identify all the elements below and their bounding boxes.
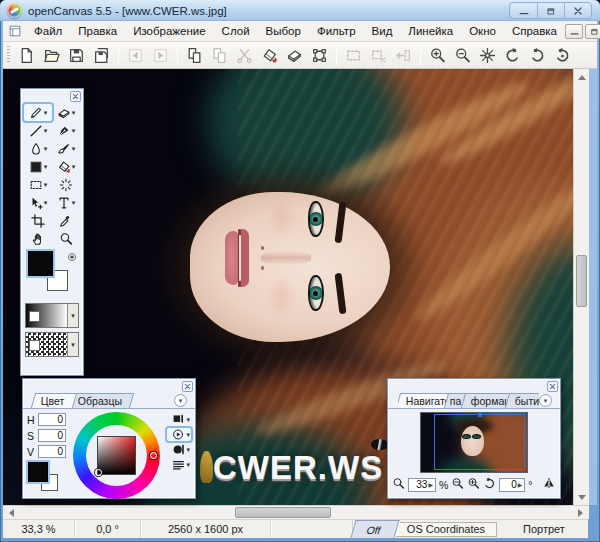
list-mode-button[interactable]: ▾ [167,458,191,471]
zoom-in-button[interactable] [425,44,450,67]
tool-hand[interactable] [24,230,52,247]
open-file-button[interactable] [39,44,64,67]
menu-Выбор[interactable]: Выбор [258,23,309,39]
free-transform-button[interactable] [307,44,332,67]
pattern-dropdown[interactable]: ▼ [67,333,78,356]
save-button[interactable] [64,44,89,67]
toolbar-grip[interactable] [7,46,10,64]
navigator-menu-button[interactable]: ▼ [539,394,552,407]
menu-Вид[interactable]: Вид [364,23,401,39]
hue-marker[interactable] [150,452,157,459]
vertical-scroll-track[interactable] [574,84,589,490]
close-button[interactable] [564,3,591,18]
saturation-input[interactable]: 0 [38,429,66,442]
copy-button[interactable] [182,44,207,67]
tool-text[interactable]: ▾ [52,194,80,211]
navigator-tab-бытие[interactable]: бытие [505,393,539,408]
scroll-up-arrow[interactable] [574,69,589,84]
color-tab-Образцы[interactable]: Образцы [67,393,133,408]
dropdown-caret-icon[interactable]: ▾ [44,109,48,116]
saturation-value-square[interactable] [97,436,136,475]
rotate-cw-button[interactable] [525,44,550,67]
pattern-selector[interactable]: ▼ [25,332,79,357]
tool-crop[interactable] [24,212,52,229]
reset-rotation-button[interactable] [550,44,575,67]
menu-Файл[interactable]: Файл [26,23,70,39]
navigator-tab-Навигатор[interactable]: Навигатор [398,393,450,408]
color-wheel[interactable] [73,412,160,499]
gradient-selector[interactable]: ▼ [25,303,79,328]
tool-magic-wand[interactable] [52,176,80,193]
tool-shape[interactable]: ▾ [24,158,52,175]
menu-Правка[interactable]: Правка [70,23,125,39]
swatch-square-mode-button[interactable]: ▾ [167,413,191,426]
dropdown-caret-icon[interactable]: ▾ [72,127,76,134]
close-icon[interactable] [182,381,193,392]
navigator-rotation-input[interactable]: 0▶ [499,478,525,492]
menu-Изображение[interactable]: Изображение [125,23,213,39]
dropdown-caret-icon[interactable]: ▾ [186,431,190,438]
ball-mode-button[interactable]: ▾ [167,443,191,456]
flip-view-icon[interactable] [542,476,556,494]
scroll-left-arrow[interactable] [3,506,19,519]
foreground-color-swatch[interactable] [28,251,53,276]
scroll-down-arrow[interactable] [574,490,589,505]
navigator-header[interactable] [388,379,560,392]
dropdown-caret-icon[interactable]: ▾ [44,127,48,134]
color-panel-header[interactable] [23,379,195,392]
close-icon[interactable] [547,381,558,392]
menu-Линейка[interactable]: Линейка [400,23,461,39]
foreground-color-swatch[interactable] [28,462,48,482]
navigator-zoom-input[interactable]: 33▶ [408,478,436,492]
dropdown-caret-icon[interactable]: ▾ [186,461,190,468]
tool-brush[interactable]: ▾ [52,140,80,157]
dropdown-caret-icon[interactable]: ▾ [72,145,76,152]
dropdown-caret-icon[interactable]: ▾ [44,181,48,188]
dropdown-caret-icon[interactable]: ▾ [44,145,48,152]
minimize-button[interactable] [510,3,537,18]
menu-Окно[interactable]: Окно [461,23,504,39]
horizontal-scroll-track[interactable] [19,506,573,519]
menu-Слой[interactable]: Слой [214,23,258,39]
save-as-button[interactable] [89,44,114,67]
horizontal-scroll-thumb[interactable] [235,507,331,518]
mdi-minimize-button[interactable] [565,24,583,39]
color-tab-Цвет[interactable]: Цвет [31,393,77,408]
dropdown-caret-icon[interactable]: ▾ [186,446,190,453]
restore-button[interactable] [537,3,564,18]
dropdown-caret-icon[interactable]: ▾ [72,199,76,206]
rotate-view-icon[interactable] [483,476,496,494]
tool-bucket-fill[interactable]: ▾ [52,158,80,175]
dropdown-caret-icon[interactable]: ▾ [44,199,48,206]
dropdown-caret-icon[interactable]: ▾ [72,163,76,170]
gradient-dropdown[interactable]: ▼ [67,304,78,327]
play-mode-button[interactable]: ▾ [167,428,191,441]
swap-colors-toggle[interactable] [68,253,76,261]
zoom-in-icon[interactable] [467,476,480,494]
color-panel-menu-button[interactable]: ▼ [174,394,187,407]
dropdown-caret-icon[interactable]: ▾ [72,109,76,116]
value-input[interactable]: 0 [38,445,66,458]
navigator-thumbnail[interactable] [420,412,528,473]
scroll-right-arrow[interactable] [573,506,589,519]
document-icon[interactable] [8,24,22,39]
actual-pixels-button[interactable] [475,44,500,67]
zoom-out-button[interactable] [450,44,475,67]
tool-move[interactable]: ▾ [24,194,52,211]
rotate-ccw-button[interactable] [500,44,525,67]
menu-Справка[interactable]: Справка [504,23,565,39]
hue-input[interactable]: 0 [38,413,66,426]
tool-select-rect[interactable]: ▾ [24,176,52,193]
tool-pencil[interactable]: ▾ [24,104,52,121]
sv-marker[interactable] [95,469,102,476]
tool-pen[interactable]: ▾ [52,122,80,139]
tool-zoom[interactable] [52,230,80,247]
tool-eyedropper[interactable] [52,212,80,229]
dropdown-caret-icon[interactable]: ▾ [186,416,190,423]
tool-line[interactable]: ▾ [24,122,52,139]
vertical-scroll-thumb[interactable] [576,255,587,307]
fill-button[interactable] [257,44,282,67]
dropdown-caret-icon[interactable]: ▾ [44,163,48,170]
tool-palette-header[interactable] [21,89,83,102]
tool-watercolor[interactable]: ▾ [24,140,52,157]
